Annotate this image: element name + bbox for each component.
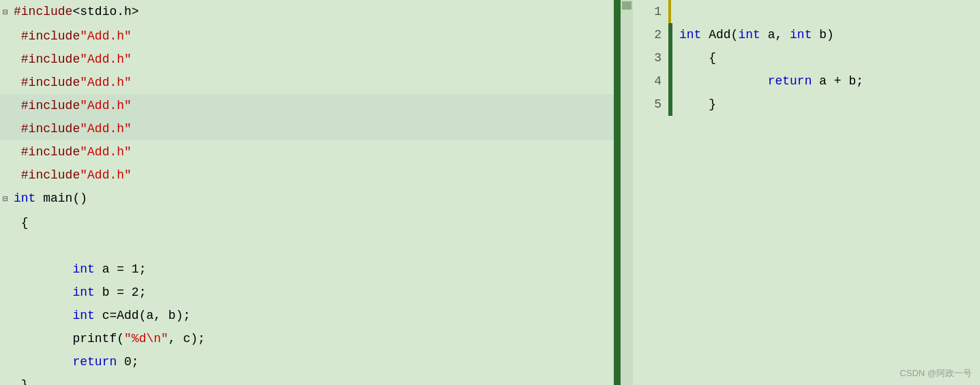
code-line: #include"Add.h" (0, 164, 614, 187)
code-content: return 0; (14, 350, 139, 373)
code-line (0, 234, 614, 258)
code-content: } (14, 373, 29, 385)
right-code-line: return a + b; (679, 70, 980, 93)
line-number: 1 (633, 0, 667, 23)
code-line: #include"Add.h" (0, 94, 614, 117)
code-line: printf("%d\n", c); (0, 327, 614, 350)
line-number: 4 (633, 70, 667, 93)
scrollbar-thumb[interactable] (622, 1, 632, 10)
code-content: #include"Add.h" (14, 25, 132, 48)
left-panel: ⊟#include<stdio.h> #include"Add.h" #incl… (0, 0, 614, 385)
code-content: int c=Add(a, b); (14, 304, 190, 327)
code-line: int c=Add(a, b); (0, 304, 614, 327)
code-content: #include"Add.h" (14, 140, 132, 164)
right-code-line: int Add(int a, int b) (679, 23, 980, 46)
right-code-line: } (679, 93, 980, 116)
left-code-area: ⊟#include<stdio.h> #include"Add.h" #incl… (0, 0, 614, 385)
code-content: int main() (14, 187, 87, 210)
code-line: return 0; (0, 350, 614, 373)
right-code-line (679, 0, 980, 23)
right-fold-gutter (667, 0, 674, 385)
cursor-indicator (668, 0, 671, 23)
right-panel: 12345 int Add(int a, int b) { return a +… (633, 0, 980, 385)
right-code-line: { (679, 46, 980, 70)
watermark: CSDN @阿政一号 (900, 367, 972, 380)
code-line: { (0, 211, 614, 234)
code-line: #include"Add.h" (0, 25, 614, 48)
line-number: 3 (633, 46, 667, 70)
code-content: int a = 1; (14, 258, 146, 281)
code-content: #include"Add.h" (14, 164, 132, 187)
code-content: #include"Add.h" (14, 71, 132, 94)
code-line: int a = 1; (0, 258, 614, 281)
code-line: int b = 2; (0, 281, 614, 304)
code-content: int b = 2; (14, 281, 146, 304)
fold-marker[interactable]: ⊟ (3, 1, 14, 25)
panel-divider (614, 0, 621, 385)
code-line: #include"Add.h" (0, 140, 614, 164)
code-content: printf("%d\n", c); (14, 327, 205, 350)
code-content: #include"Add.h" (14, 94, 132, 117)
code-line: #include"Add.h" (0, 71, 614, 94)
code-line: ⊟int main() (0, 187, 614, 211)
scrollbar[interactable] (621, 0, 633, 385)
right-line-numbers: 12345 (633, 0, 667, 385)
code-content: #include"Add.h" (14, 117, 132, 140)
code-line: } (0, 373, 614, 385)
line-number: 5 (633, 93, 667, 116)
code-line: #include"Add.h" (0, 48, 614, 71)
code-line: #include"Add.h" (0, 117, 614, 140)
code-content: #include"Add.h" (14, 48, 132, 71)
editor-container: ⊟#include<stdio.h> #include"Add.h" #incl… (0, 0, 980, 385)
code-content: { (14, 211, 29, 234)
fold-marker[interactable]: ⊟ (3, 188, 14, 211)
right-code-area: int Add(int a, int b) { return a + b; } (674, 0, 980, 385)
code-line: ⊟#include<stdio.h> (0, 0, 614, 25)
code-content: #include<stdio.h> (14, 0, 139, 23)
line-number: 2 (633, 23, 667, 46)
fold-bar-right (668, 23, 672, 116)
